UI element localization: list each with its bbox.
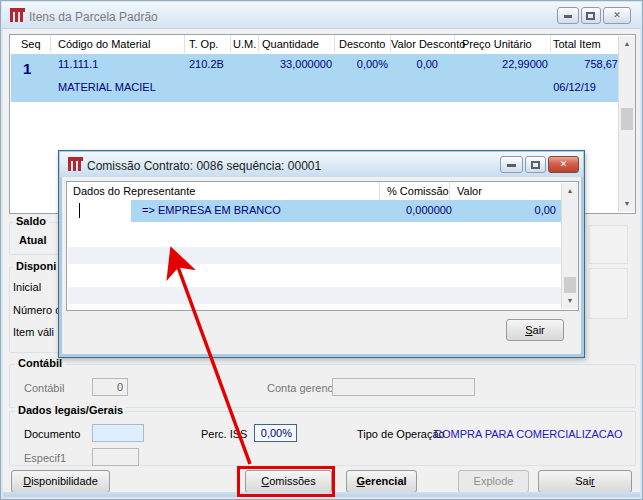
dialog-maximize-button[interactable] [525,156,546,173]
comissoes-highlight-box [237,466,335,497]
empty-row-stripe [68,247,563,264]
minimize-icon [564,15,572,18]
atual-label: Atual [19,234,47,246]
maximize-button[interactable] [581,7,601,24]
screenshot-root: Itens da Parcela Padrão ✕ Seq Código do … [0,0,643,500]
hidden-field-fragment [589,268,628,319]
dados-legais-group-title: Dados legais/Gerais [15,404,126,416]
scroll-up-icon[interactable]: ▲ [562,183,578,199]
documento-field[interactable] [92,424,144,442]
item-valido-label: Item váli [13,326,54,338]
close-button[interactable]: ✕ [603,7,631,24]
dialog-titlebar[interactable]: Comissão Contrato: 0086 sequência: 00001… [60,152,583,177]
col-valor: Valor [457,185,482,197]
hidden-field-fragment [589,225,628,264]
disponibilidade-button[interactable]: Disponibilidade [11,470,110,493]
cell-representante: => EMPRESA EM BRANCO [142,204,281,216]
scroll-down-icon[interactable]: ▼ [562,293,578,309]
text-caret [79,203,80,218]
explode-button: Explode [458,470,529,493]
cell-total-item: 758,67 [538,58,618,70]
minimize-icon [507,164,516,167]
col-seq: Seq [21,38,41,50]
col-codigo: Código do Material [58,38,150,50]
table-row[interactable]: 1 11.111.1 210.2B 33,000000 0,00% 0,00 2… [11,54,620,102]
col-top: T. Op. [189,38,218,50]
table-row[interactable]: => EMPRESA EM BRANCO 0,000000 0,00 [68,200,563,222]
dialog-close-button[interactable]: ✕ [548,156,579,173]
perc-iss-label: Perc. ISS [201,428,247,440]
cell-valor: 0,00 [476,204,556,216]
sair-button[interactable]: Sair [538,470,632,493]
col-valor-desconto: Valor Desconto [391,38,465,50]
minimize-button[interactable] [557,7,579,24]
scrollbar-thumb[interactable] [621,108,633,130]
especif1-label: Especif1 [24,452,66,464]
scroll-up-icon[interactable]: ▲ [619,36,635,52]
numero-label: Número d [13,304,61,316]
scroll-down-icon[interactable]: ▼ [619,196,635,212]
especif1-field [92,448,139,466]
contabil-label: Contábil [24,382,64,394]
tipo-operacao-value: COMPRA PARA COMERCIALIZACAO [434,428,623,440]
conta-gerencial-field [332,378,475,396]
gerencial-button[interactable]: Gerencial [346,470,417,493]
saldo-group-title: Saldo [13,215,49,227]
empty-row-stripe [68,287,563,304]
cell-top: 210.2B [189,58,224,70]
perc-iss-field[interactable]: 0,00% [254,424,297,442]
main-window-titlebar[interactable]: Itens da Parcela Padrão ✕ [2,2,641,29]
contabil-group-title: Contábil [15,357,65,369]
cell-descricao: MATERIAL MACIEL [58,81,156,93]
tipo-operacao-label: Tipo de Operação [357,428,445,440]
cell-pct-comissao: 0,000000 [372,204,452,216]
items-grid-scrollbar[interactable]: ▲ ▼ [618,36,635,212]
cell-data: 06/12/19 [516,81,596,93]
col-quantidade: Quantidade [262,38,319,50]
maximize-icon [586,12,595,20]
col-desconto: Desconto [339,38,385,50]
contabil-field: 0 [92,378,128,396]
dialog-sair-button[interactable]: Sair [506,319,564,341]
close-icon: ✕ [604,10,630,20]
dialog-grid-scrollbar[interactable]: ▲ ▼ [561,183,578,309]
disponibilidade-group-title: Disponi [13,260,59,272]
col-preco-unitario: Preço Unitário [462,38,532,50]
app-icon [68,157,83,171]
main-window-title: Itens da Parcela Padrão [29,10,158,24]
documento-label: Documento [24,428,80,440]
col-representante: Dados do Representante [73,185,195,197]
close-icon: ✕ [549,159,578,169]
comissao-dialog: Comissão Contrato: 0086 sequência: 00001… [58,150,585,358]
cell-codigo: 11.111.1 [58,58,98,70]
representante-grid: Dados do Representante % Comissão Valor … [66,181,579,311]
col-pct-comissao: % Comissão [387,185,449,197]
cell-valor-desconto: 0,00 [358,58,438,70]
maximize-icon [531,161,540,169]
edit-cell[interactable] [68,200,131,222]
dialog-title: Comissão Contrato: 0086 sequência: 00001 [87,159,321,173]
cell-seq: 1 [23,60,31,77]
col-um: U.M. [233,38,256,50]
dialog-minimize-button[interactable] [500,156,523,173]
inicial-label: Inicial [13,281,41,293]
cell-preco-unitario: 22,99000 [468,58,548,70]
app-icon [10,8,25,22]
col-total-item: Total Item [553,38,601,50]
